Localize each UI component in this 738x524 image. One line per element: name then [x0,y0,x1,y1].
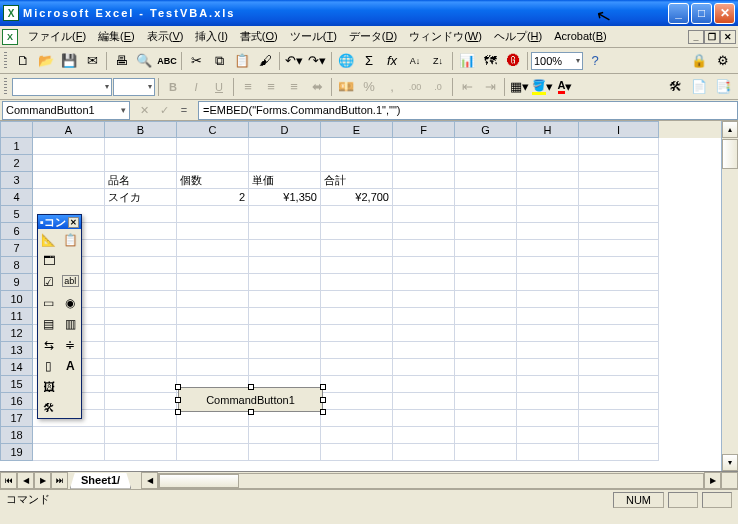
col-header-B[interactable]: B [105,121,177,138]
cell-G14[interactable] [455,359,517,376]
cell-G11[interactable] [455,308,517,325]
cell-D2[interactable] [249,155,321,172]
cell-F9[interactable] [393,274,455,291]
inc-decimal-icon[interactable]: .00 [404,76,426,98]
save-icon[interactable]: 💾 [58,50,80,72]
pdf-icon[interactable]: 📄 [688,76,710,98]
cell-H1[interactable] [517,138,579,155]
menu-Acrobat[interactable]: Acrobat(B) [548,28,613,44]
cell-G1[interactable] [455,138,517,155]
row-header-12[interactable]: 12 [0,325,33,342]
row-header-1[interactable]: 1 [0,138,33,155]
col-header-A[interactable]: A [33,121,105,138]
font-color-icon[interactable]: A▾ [554,76,576,98]
tab-last-icon[interactable]: ⏭ [51,472,68,489]
spin-icon[interactable]: ≑ [60,334,82,355]
cell-D19[interactable] [249,444,321,461]
cell-F12[interactable] [393,325,455,342]
cell-F17[interactable] [393,410,455,427]
cell-D14[interactable] [249,359,321,376]
cell-G5[interactable] [455,206,517,223]
cell-I18[interactable] [579,427,659,444]
hyperlink-icon[interactable]: 🌐 [335,50,357,72]
row-header-3[interactable]: 3 [0,172,33,189]
listbox-icon[interactable]: ▤ [38,313,60,334]
format-painter-icon[interactable]: 🖌 [254,50,276,72]
cell-F6[interactable] [393,223,455,240]
cell-B15[interactable] [105,376,177,393]
cell-I2[interactable] [579,155,659,172]
help-icon[interactable]: ? [584,50,606,72]
row-header-6[interactable]: 6 [0,223,33,240]
cell-D6[interactable] [249,223,321,240]
select-all-corner[interactable] [0,121,33,138]
cell-C9[interactable] [177,274,249,291]
merge-icon[interactable]: ⬌ [306,76,328,98]
formula-bar[interactable]: =EMBED("Forms.CommandButton.1","") [198,101,738,120]
row-header-11[interactable]: 11 [0,308,33,325]
cell-B6[interactable] [105,223,177,240]
cell-G8[interactable] [455,257,517,274]
chart-icon[interactable]: 📊 [456,50,478,72]
cell-E3[interactable]: 合計 [321,172,393,189]
cell-H14[interactable] [517,359,579,376]
row-header-7[interactable]: 7 [0,240,33,257]
command-button-icon[interactable]: ▭ [38,292,60,313]
cell-I13[interactable] [579,342,659,359]
cell-B17[interactable] [105,410,177,427]
row-header-9[interactable]: 9 [0,274,33,291]
cell-E12[interactable] [321,325,393,342]
textbox-icon[interactable]: abl [62,275,80,287]
scrollbar-icon[interactable]: ▯ [38,355,60,376]
cell-H19[interactable] [517,444,579,461]
cell-B9[interactable] [105,274,177,291]
mdi-minimize-button[interactable]: _ [688,30,704,44]
print-icon[interactable]: 🖶 [110,50,132,72]
new-icon[interactable]: 🗋 [12,50,34,72]
cell-E15[interactable] [321,376,393,393]
paste-icon[interactable]: 📋 [231,50,253,72]
cell-H9[interactable] [517,274,579,291]
cell-F19[interactable] [393,444,455,461]
vertical-scrollbar[interactable]: ▴ ▾ [721,121,738,471]
bold-icon[interactable]: B [162,76,184,98]
inc-indent-icon[interactable]: ⇥ [479,76,501,98]
cell-H4[interactable] [517,189,579,206]
view-code-icon[interactable]: 🗔 [38,250,81,271]
cell-I7[interactable] [579,240,659,257]
menu-データ[interactable]: データ(D) [343,28,403,44]
cell-G12[interactable] [455,325,517,342]
properties-icon[interactable]: 📋 [60,229,82,250]
cell-I15[interactable] [579,376,659,393]
cell-B19[interactable] [105,444,177,461]
cell-C3[interactable]: 個数 [177,172,249,189]
cell-B5[interactable] [105,206,177,223]
cell-H8[interactable] [517,257,579,274]
cell-G2[interactable] [455,155,517,172]
cell-E19[interactable] [321,444,393,461]
horizontal-scrollbar[interactable]: ◀ ▶ [141,472,721,489]
autosum-icon[interactable]: Σ [358,50,380,72]
cell-D12[interactable] [249,325,321,342]
col-header-D[interactable]: D [249,121,321,138]
fill-color-icon[interactable]: 🪣▾ [531,76,553,98]
cell-H16[interactable] [517,393,579,410]
cell-H10[interactable] [517,291,579,308]
cell-G9[interactable] [455,274,517,291]
cell-B14[interactable] [105,359,177,376]
col-header-H[interactable]: H [517,121,579,138]
cell-B2[interactable] [105,155,177,172]
minimize-button[interactable]: _ [668,3,689,24]
hscroll-thumb[interactable] [159,474,239,488]
copy-icon[interactable]: ⧉ [208,50,230,72]
cell-I8[interactable] [579,257,659,274]
cell-B10[interactable] [105,291,177,308]
cell-H2[interactable] [517,155,579,172]
col-header-I[interactable]: I [579,121,659,138]
cell-E18[interactable] [321,427,393,444]
options-icon[interactable]: ⚙ [712,50,734,72]
cell-D9[interactable] [249,274,321,291]
cell-G17[interactable] [455,410,517,427]
cell-G18[interactable] [455,427,517,444]
cell-H15[interactable] [517,376,579,393]
